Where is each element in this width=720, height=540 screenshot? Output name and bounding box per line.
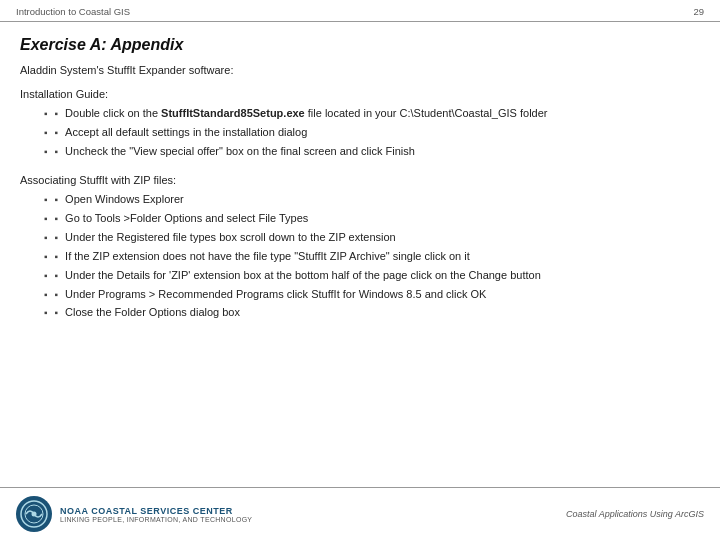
bullet-marker: ▪	[55, 269, 59, 284]
bullet-marker: ▪	[55, 250, 59, 265]
bullet-text: Under the Details for 'ZIP' extension bo…	[65, 268, 541, 284]
list-item: ▪Close the Folder Options dialog box	[44, 305, 700, 321]
noaa-logo-svg	[20, 500, 48, 528]
footer-logo: NOAA Coastal Services Center LINKING PEO…	[16, 496, 252, 532]
noaa-logo-circle	[16, 496, 52, 532]
bullet-text: Open Windows Explorer	[65, 192, 184, 208]
association-bullets-list: ▪Open Windows Explorer▪Go to Tools >Fold…	[44, 192, 700, 322]
installation-section-label: Installation Guide:	[20, 88, 700, 100]
bullet-marker: ▪	[55, 107, 59, 122]
bullet-text: If the ZIP extension does not have the f…	[65, 249, 470, 265]
bullet-text: Under the Registered file types box scro…	[65, 230, 396, 246]
subtitle: Aladdin System's StuffIt Expander softwa…	[20, 64, 700, 76]
bullet-text: Uncheck the "View special offer" box on …	[65, 144, 415, 160]
list-item: ▪Under the Details for 'ZIP' extension b…	[44, 268, 700, 284]
top-bar: Introduction to Coastal GIS 29	[0, 0, 720, 22]
bullet-marker: ▪	[55, 145, 59, 160]
bullet-text: Go to Tools >Folder Options and select F…	[65, 211, 308, 227]
list-item: ▪ Accept all default settings in the ins…	[44, 125, 700, 141]
list-item: ▪Under the Registered file types box scr…	[44, 230, 700, 246]
list-item: ▪ Double click on the StuffItStandard85S…	[44, 106, 700, 122]
logo-sub-text: LINKING PEOPLE, INFORMATION, AND TECHNOL…	[60, 516, 252, 523]
header-left: Introduction to Coastal GIS	[16, 6, 130, 17]
bullet-text: Accept all default settings in the insta…	[65, 125, 307, 141]
list-item: ▪ Uncheck the "View special offer" box o…	[44, 144, 700, 160]
association-section-label: Associating StuffIt with ZIP files:	[20, 174, 700, 186]
bullet-marker: ▪	[55, 193, 59, 208]
bullet-text: Double click on the StuffItStandard85Set…	[65, 106, 547, 122]
bullet-marker: ▪	[55, 126, 59, 141]
bullet-text: Close the Folder Options dialog box	[65, 305, 240, 321]
installation-bullets-list: ▪ Double click on the StuffItStandard85S…	[44, 106, 700, 160]
bold-text: StuffItStandard85Setup.exe	[161, 107, 305, 119]
bullet-marker: ▪	[55, 306, 59, 321]
footer: NOAA Coastal Services Center LINKING PEO…	[0, 487, 720, 540]
logo-text-block: NOAA Coastal Services Center LINKING PEO…	[60, 506, 252, 523]
logo-main-text: NOAA Coastal Services Center	[60, 506, 252, 516]
svg-point-2	[32, 512, 37, 517]
footer-right-text: Coastal Applications Using ArcGIS	[566, 509, 704, 519]
list-item: ▪Open Windows Explorer	[44, 192, 700, 208]
list-item: ▪Under Programs > Recommended Programs c…	[44, 287, 700, 303]
exercise-title: Exercise A: Appendix	[20, 36, 700, 54]
bullet-marker: ▪	[55, 212, 59, 227]
bullet-marker: ▪	[55, 288, 59, 303]
page-number: 29	[693, 6, 704, 17]
main-content: Exercise A: Appendix Aladdin System's St…	[0, 22, 720, 345]
list-item: ▪Go to Tools >Folder Options and select …	[44, 211, 700, 227]
bullet-marker: ▪	[55, 231, 59, 246]
bullet-text: Under Programs > Recommended Programs cl…	[65, 287, 486, 303]
list-item: ▪If the ZIP extension does not have the …	[44, 249, 700, 265]
